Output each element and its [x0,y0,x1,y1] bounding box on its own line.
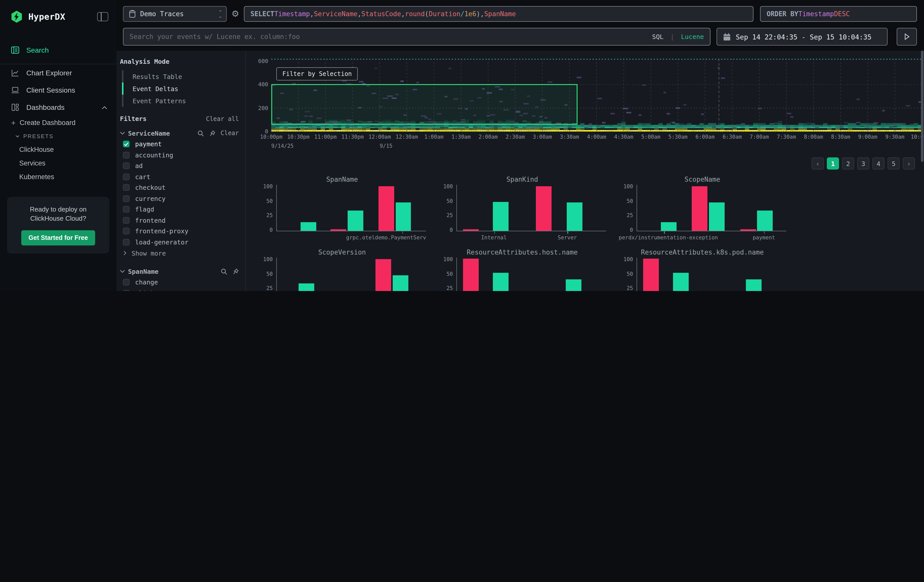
checkbox[interactable] [123,152,130,158]
analysis-mode-event-deltas[interactable]: Event Deltas [122,82,239,95]
filter-checkbox-row[interactable]: flagd [120,204,239,215]
sidebar: HyperDX SearchChart ExplorerClient Sessi… [0,0,116,291]
analysis-mode-results-table[interactable]: Results Table [122,70,239,82]
page-button-3[interactable]: 3 [857,157,870,170]
date-label: 9/14/25 [271,143,294,149]
mini-chart-spankind: SpanKind10050250InternalServer [438,176,606,242]
source-select[interactable]: Demo Traces ⌃⌄ [123,6,227,22]
date-range-value: Sep 14 22:04:35 - Sep 15 10:04:35 [736,33,871,41]
checkbox[interactable] [123,206,130,213]
sidebar-item-preset-kubernetes[interactable]: Kubernetes [0,170,116,184]
sidebar-item-create-dashboard[interactable]: + Create Dashboard [0,116,116,130]
vertical-scrollbar[interactable] [921,51,924,162]
sql-toggle[interactable]: SQL [652,33,663,41]
checkbox[interactable] [123,217,130,224]
bar-outlier [330,229,346,231]
page-button-1[interactable]: 1 [827,157,839,170]
checkbox[interactable] [123,163,130,169]
filter-checkbox-row[interactable]: checkout [120,182,239,193]
filter-checkbox-row[interactable]: accounting [120,150,239,160]
checkbox[interactable] [123,185,130,191]
bar-inlier [566,279,582,291]
filter-checkbox-row[interactable]: ad [120,160,239,171]
sidebar-item-client-sessions[interactable]: Client Sessions [0,81,116,99]
source-select-value: Demo Traces [140,10,218,18]
bar-inlier [757,211,773,231]
filter-item-label: checkout [135,184,165,191]
chart-plot [456,185,606,231]
clickhouse-cloud-promo: Ready to deploy on ClickHouse Cloud? Get… [7,197,109,254]
clear-all-filters-button[interactable]: Clear all [206,115,239,122]
chart-plot [456,257,606,291]
chevron-down-icon[interactable] [120,269,125,273]
x-tick-label: 4:30am [614,134,633,140]
bar-outlier [691,186,707,231]
clear-filter-button[interactable]: Clear [221,130,239,137]
sidebar-presets-toggle[interactable]: PRESETS [0,130,116,143]
filter-group-name: ServiceName [128,129,192,137]
show-more-button[interactable]: Show more [120,247,239,259]
page-button-4[interactable]: 4 [872,157,884,170]
query-token: ( [425,10,429,18]
filter-checkbox-row[interactable]: currency [120,193,239,204]
checkbox[interactable] [123,239,130,246]
pin-icon[interactable] [209,130,216,137]
filter-checkbox-row[interactable]: frontend [120,215,239,226]
presets-label: PRESETS [23,133,54,139]
checkbox[interactable] [123,290,130,291]
query-token: DESC [834,10,850,18]
checkbox[interactable] [123,228,130,234]
collapse-sidebar-icon[interactable] [97,12,108,21]
delta-charts-grid: SpanName10050250grpc.oteldemo.PaymentSer… [258,176,924,291]
filter-checkbox-row[interactable]: click [120,288,239,291]
filter-checkbox-row[interactable]: load-generator [120,237,239,247]
select-clause-input[interactable]: SELECT Timestamp, ServiceName, StatusCod… [244,6,754,22]
checkbox[interactable] [123,279,130,286]
search-icon[interactable] [197,130,204,137]
page-button-2[interactable]: 2 [842,157,854,170]
source-settings-button[interactable]: ⚙ [227,6,244,22]
query-token: Timestamp [274,10,310,18]
sidebar-item-preset-clickhouse[interactable]: ClickHouse [0,143,116,157]
bar-inlier [709,203,724,231]
search-icon[interactable] [221,268,227,275]
chart-plot [276,257,426,291]
bar-inlier [393,275,408,291]
filter-checkbox-row[interactable]: change [120,277,239,288]
checkbox-checked[interactable] [123,141,130,148]
sidebar-item-chart-explorer[interactable]: Chart Explorer [0,64,116,81]
logo-row: HyperDX [0,0,116,30]
sidebar-item-preset-services[interactable]: Services [0,157,116,170]
y-tick-label: 25 [447,212,453,218]
get-started-button[interactable]: Get Started for Free [21,230,95,246]
chevron-down-icon[interactable] [120,131,125,135]
run-query-button[interactable] [897,28,917,46]
bar-inlier [300,222,316,231]
pin-icon[interactable] [232,268,239,275]
page-next-button[interactable]: › [903,157,915,170]
promo-text-line2: ClickHouse Cloud? [12,214,104,223]
x-tick-label: 11:30pm [341,134,364,140]
page-prev-button[interactable]: ‹ [812,157,824,170]
page-button-5[interactable]: 5 [888,157,900,170]
filter-checkbox-row[interactable]: frontend-proxy [120,226,239,237]
analysis-mode-event-patterns[interactable]: Event Patterns [122,95,239,107]
calendar-icon [723,33,731,41]
database-icon [129,10,136,18]
checkbox[interactable] [123,173,130,180]
checkbox[interactable] [123,195,130,202]
orderby-clause-input[interactable]: ORDER BY Timestamp DESC [760,6,917,22]
events-heatmap[interactable]: Filter by Selection [271,59,922,132]
analysis-mode-options: Results TableEvent DeltasEvent Patterns [120,70,239,107]
filter-checkbox-row[interactable]: cart [120,171,239,182]
filter-by-selection-button[interactable]: Filter by Selection [276,67,358,81]
lucene-toggle[interactable]: Lucene [681,33,704,41]
date-range-picker[interactable]: Sep 14 22:04:35 - Sep 15 10:04:35 [716,28,888,46]
filter-checkbox-row[interactable]: payment [120,138,239,150]
y-tick-label: 100 [624,183,633,189]
search-input[interactable] [130,33,652,41]
preset-list: ClickHouseServicesKubernetes [0,143,116,184]
bar-inlier [567,203,582,231]
sidebar-item-search[interactable]: Search [0,41,116,59]
sidebar-item-dashboards[interactable]: Dashboards [0,99,116,116]
